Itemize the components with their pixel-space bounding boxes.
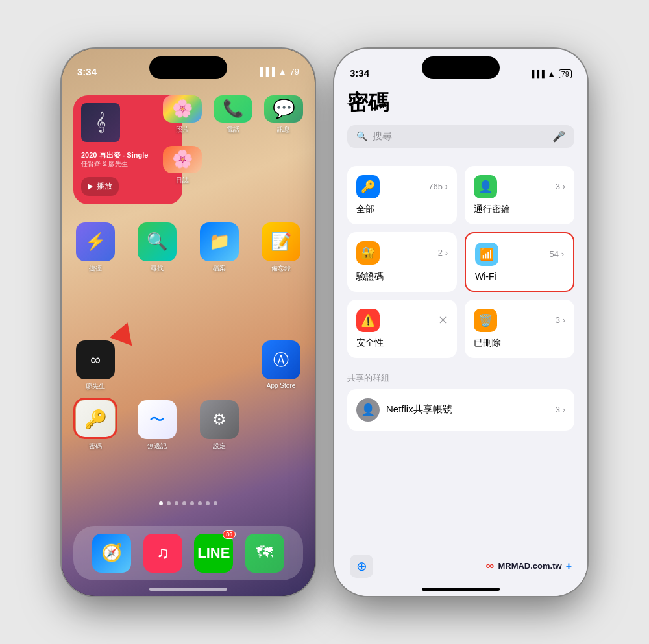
app-row2: ⚡ 捷徑 🔍 尋找 📁 檔案 📝 備忘錄 (73, 222, 303, 273)
play-icon (88, 184, 93, 190)
pw-card-verification[interactable]: 🔐 2 › 驗證碼 (347, 232, 457, 292)
mrmad-text: MRMAD.com.tw (498, 561, 561, 571)
notes-icon: 📝 (262, 222, 300, 261)
journal-icon: 🌸 (163, 146, 202, 173)
app-files[interactable]: 📁 檔案 (200, 222, 239, 273)
app-shortcuts[interactable]: ⚡ 捷徑 (76, 222, 115, 273)
freeform-label: 無邊記 (147, 442, 167, 451)
shared-group-netflix[interactable]: 👤 Netflix共享帳號 3 › (347, 389, 574, 431)
deleted-icon: 🗑️ (474, 309, 497, 332)
time-right: 3:34 (350, 67, 369, 78)
status-icons-left: ▐▐▐ ▲ 79 (257, 67, 299, 77)
page-dots (62, 501, 315, 505)
music-title: 2020 再出發 - Single (81, 150, 175, 160)
mrmad-plus: + (566, 560, 572, 572)
music-artist: 任賢齊 & 廖先生 (81, 160, 175, 169)
shortcuts-icon: ⚡ (76, 222, 115, 261)
app-phone[interactable]: 📞 電話 (214, 95, 252, 134)
app-grid-top-right: 🌸 照片 📞 電話 💬 訊息 🌸 日誌 (163, 95, 303, 185)
app-freeform[interactable]: 〜 無邊記 (138, 400, 177, 451)
all-passwords-icon: 🔑 (356, 175, 380, 198)
pw-card-deleted[interactable]: 🗑️ 3 › 已刪除 (465, 300, 574, 358)
play-label: 播放 (97, 181, 112, 192)
netflix-avatar: 👤 (356, 398, 380, 422)
search-icon-right: 🔍 (356, 131, 367, 141)
dot-8 (214, 501, 217, 505)
messages-icon: 💬 (264, 95, 303, 123)
passwords-label: 密碼 (89, 442, 102, 451)
home-bar-right (422, 588, 500, 591)
liaoxiansheng-label: 廖先生 (86, 382, 105, 391)
all-passwords-count: 765 › (428, 182, 448, 191)
app-appstore[interactable]: Ⓐ App Store (262, 340, 300, 391)
journal-label: 日誌 (176, 176, 189, 185)
findmy-icon: 🔍 (138, 222, 177, 261)
pw-card-all[interactable]: 🔑 765 › 全部 (347, 166, 457, 224)
shared-groups-header: 共享的群組 (334, 368, 587, 387)
dock-safari[interactable]: 🧭 (92, 534, 131, 573)
pw-card-passkeys[interactable]: 👤 3 › 通行密鑰 (465, 166, 574, 224)
add-button[interactable]: ⊕ (350, 555, 373, 578)
phone-icon: 📞 (214, 95, 252, 123)
safari-icon: 🧭 (92, 534, 131, 573)
battery-right: 79 (559, 69, 572, 78)
shared-group-left: 👤 Netflix共享帳號 (356, 398, 452, 422)
maps-icon: 🗺 (245, 534, 284, 573)
play-button[interactable]: 播放 (81, 177, 119, 196)
photos-icon: 🌸 (163, 95, 202, 123)
signal-icon-right: ▐▐▐ (529, 70, 544, 78)
pw-card-wifi[interactable]: 📶 54 › Wi-Fi (465, 232, 574, 292)
app-messages[interactable]: 💬 訊息 (264, 95, 303, 134)
dot-6 (198, 501, 202, 505)
music-info: 2020 再出發 - Single 任賢齊 & 廖先生 (81, 150, 175, 169)
files-icon: 📁 (200, 222, 239, 261)
verification-label: 驗證碼 (356, 271, 448, 283)
app-findmy[interactable]: 🔍 尋找 (138, 222, 177, 273)
dot-5 (190, 501, 194, 505)
photos-label: 照片 (176, 125, 189, 134)
verification-count: 2 › (438, 248, 448, 257)
passkeys-count: 3 › (556, 182, 565, 191)
dot-2 (167, 501, 171, 505)
appstore-icon: Ⓐ (262, 340, 300, 379)
netflix-label: Netflix共享帳號 (386, 403, 452, 416)
security-label: 安全性 (356, 337, 448, 349)
password-title: 密碼 (347, 89, 574, 117)
search-bar[interactable]: 🔍 搜尋 🎤 (347, 125, 574, 148)
app-row4: 🔑 密碼 〜 無邊記 ⚙ 設定 (73, 400, 303, 451)
dynamic-island-right (422, 56, 500, 79)
dot-3 (175, 501, 178, 505)
dock-line[interactable]: LINE 86 (194, 534, 233, 573)
dock-music[interactable]: ♫ (143, 534, 182, 573)
freeform-icon: 〜 (138, 400, 177, 439)
album-art (81, 103, 120, 142)
app-row3: ∞ 廖先生 Ⓐ App Store (73, 340, 303, 391)
app-journal[interactable]: 🌸 日誌 (163, 146, 202, 185)
pw-card-security[interactable]: ⚠️ ✳ 安全性 (347, 300, 457, 358)
music-app-icon: ♫ (143, 534, 182, 573)
app-passwords[interactable]: 🔑 密碼 (76, 400, 115, 451)
findmy-label: 尋找 (151, 264, 164, 273)
app-photos[interactable]: 🌸 照片 (163, 95, 202, 134)
passkeys-label: 通行密鑰 (474, 204, 565, 215)
wifi-icon: ▲ (278, 67, 287, 77)
netflix-count: 3 › (556, 405, 565, 414)
app-notes[interactable]: 📝 備忘錄 (262, 222, 300, 273)
dock-maps[interactable]: 🗺 (245, 534, 284, 573)
phone-label: 電話 (227, 125, 239, 134)
wifi-count: 54 › (550, 249, 564, 259)
notes-label: 備忘錄 (271, 264, 291, 273)
app-settings[interactable]: ⚙ 設定 (200, 400, 239, 451)
mic-icon: 🎤 (552, 130, 565, 143)
battery-icon: 79 (290, 67, 299, 77)
mrmad-brand: ∞ MRMAD.com.tw + (486, 559, 572, 573)
passkeys-icon: 👤 (474, 175, 497, 198)
liaoxiansheng-icon: ∞ (76, 340, 115, 379)
status-icons-right: ▐▐▐ ▲ 79 (529, 69, 572, 78)
app-liaoxiansheng[interactable]: ∞ 廖先生 (76, 340, 115, 391)
mrmad-icon: ∞ (486, 559, 495, 573)
signal-icon: ▐▐▐ (257, 67, 275, 77)
verification-icon: 🔐 (356, 241, 380, 265)
search-placeholder: 搜尋 (373, 130, 547, 143)
arrow-indicator (114, 328, 137, 348)
